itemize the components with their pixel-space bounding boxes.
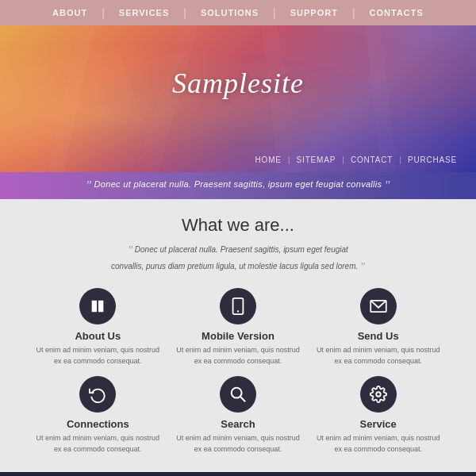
hero-nav-contact[interactable]: CONTACT	[344, 155, 399, 164]
quote-banner: " Donec ut placerat nulla. Praesent sagi…	[0, 172, 476, 199]
gear-icon	[360, 376, 397, 413]
book-icon	[79, 288, 116, 324]
hero-title: Samplesite	[0, 67, 476, 100]
feature-send-title: Send Us	[358, 330, 399, 342]
hero-bottom-nav: HOME | SITEMAP | CONTACT | PURCHASE	[249, 155, 463, 164]
feature-search-desc: Ut enim ad minim veniam, quis nostrud ex…	[172, 433, 305, 455]
feature-mobile: Mobile Version Ut enim ad minim veniam, …	[172, 288, 305, 367]
search-icon	[220, 376, 256, 413]
svg-point-10	[232, 388, 242, 398]
feature-connections-title: Connections	[67, 418, 129, 430]
nav-contacts[interactable]: CONTACTS	[355, 8, 438, 17]
feature-about-us: About Us Ut enim ad minim veniam, quis n…	[32, 288, 164, 367]
nav-services[interactable]: SERVICES	[105, 8, 183, 17]
feature-search-title: Search	[221, 418, 255, 430]
desc-quote-open: "	[128, 244, 132, 256]
hero-nav-home[interactable]: HOME	[249, 155, 288, 164]
hero-section: Samplesite HOME | SITEMAP | CONTACT | PU…	[0, 25, 476, 172]
hero-nav-purchase[interactable]: PURCHASE	[401, 155, 463, 164]
feature-service-title: Service	[360, 418, 397, 430]
desc-quote-close: "	[360, 261, 365, 273]
feature-about-us-title: About Us	[75, 330, 121, 342]
hero-nav-sitemap[interactable]: SITEMAP	[290, 155, 343, 164]
nav-about[interactable]: ABOUT	[38, 8, 102, 17]
main-content: What we are... " Donec ut placerat nulla…	[0, 199, 476, 463]
feature-connections: Connections Ut enim ad minim veniam, qui…	[32, 376, 164, 455]
nav-solutions[interactable]: SOLUTIONS	[186, 8, 273, 17]
top-nav: ABOUT | SERVICES | SOLUTIONS | SUPPORT |…	[0, 0, 476, 25]
quote-text: " Donec ut placerat nulla. Praesent sagi…	[86, 178, 390, 193]
svg-point-12	[376, 392, 381, 397]
features-grid: About Us Ut enim ad minim veniam, quis n…	[24, 288, 452, 455]
nav-support[interactable]: SUPPORT	[276, 8, 352, 17]
feature-send: Send Us Ut enim ad minim veniam, quis no…	[312, 288, 444, 367]
main-heading: What we are...	[24, 215, 452, 236]
main-description: " Donec ut placerat nulla. Praesent sagi…	[111, 242, 365, 275]
feature-search: Search Ut enim ad minim veniam, quis nos…	[172, 376, 305, 455]
feature-service: Service Ut enim ad minim veniam, quis no…	[312, 376, 444, 455]
mobile-icon	[220, 288, 256, 324]
envelope-icon	[360, 288, 397, 324]
svg-line-11	[240, 397, 245, 401]
feature-service-desc: Ut enim ad minim veniam, quis nostrud ex…	[312, 433, 444, 455]
feature-mobile-title: Mobile Version	[202, 330, 274, 342]
feature-connections-desc: Ut enim ad minim veniam, quis nostrud ex…	[32, 433, 164, 455]
footer: WWW.SAMPLESITE.COM @SAMPLESITE ABOUT | S…	[0, 472, 476, 476]
feature-send-desc: Ut enim ad minim veniam, quis nostrud ex…	[312, 345, 444, 367]
connections-icon	[79, 376, 116, 413]
quote-open: "	[86, 178, 91, 192]
feature-mobile-desc: Ut enim ad minim veniam, quis nostrud ex…	[172, 345, 305, 367]
quote-close: "	[385, 178, 390, 192]
feature-about-us-desc: Ut enim ad minim veniam, quis nostrud ex…	[32, 345, 164, 367]
